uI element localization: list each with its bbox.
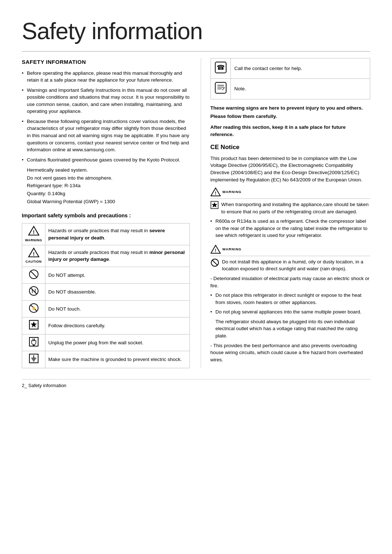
warning2-bullet-2: Do not plug several appliances into the …: [211, 308, 370, 316]
warning-label: WARNING: [25, 238, 42, 243]
warning1-bullet-1: R600a or R134a is used as a refrigerant.…: [211, 218, 370, 239]
bold-line-1: These warning signs are here to prevent …: [211, 104, 370, 112]
warning2-divider: [211, 256, 370, 256]
warning1-label-row: ! WARNING: [211, 188, 370, 196]
warning-triangle-icon: !: [28, 226, 40, 236]
svg-text:!: !: [215, 191, 216, 196]
svg-line-33: [222, 90, 223, 90]
note-icon: [215, 82, 227, 94]
note-text: Note.: [230, 79, 370, 99]
bold-warning-lines: These warning signs are here to prevent …: [211, 104, 370, 120]
disassemble-icon-cell: [22, 284, 45, 301]
warning2-nosign-text: Do not install this appliance in a humid…: [222, 258, 370, 272]
warning-icon-cell: ! WARNING: [22, 223, 45, 245]
symbol-text-2: Do NOT touch.: [45, 300, 190, 317]
svg-text:☎: ☎: [217, 64, 225, 71]
warning-row: ! WARNING Hazards or unsafe practices th…: [22, 223, 190, 245]
svg-text:!: !: [33, 229, 34, 235]
warning1-star-icon: [211, 201, 219, 211]
symbol-row-1: Do NOT disassemble.: [22, 284, 190, 301]
circle-slash-icon: [29, 269, 39, 279]
warning-table: ! WARNING Hazards or unsafe practices th…: [22, 223, 190, 368]
warning1-star-item: When transporting and installing the app…: [211, 201, 370, 215]
phone-row: ☎ Call the contact center for help.: [211, 58, 370, 79]
circle-slash-icon-cell: [22, 267, 45, 284]
warning-text: Hazards or unsafe practices that may res…: [45, 223, 190, 245]
svg-line-5: [31, 271, 37, 277]
svg-line-32: [222, 87, 225, 90]
ce-title: CE Notice: [211, 143, 370, 152]
safety-bullets: Before operating the appliance, please r…: [22, 70, 190, 164]
symbol-text-5: Make sure the machine is grounded to pre…: [45, 351, 190, 368]
symbol-row-0: Do NOT attempt.: [22, 267, 190, 284]
ce-text: This product has been determined to be i…: [211, 155, 370, 183]
warning-block-2: ! WARNING Do not install this appliance …: [211, 245, 370, 363]
bold-line-2: Please follow them carefully.: [211, 113, 370, 120]
warning2-dash-1: - Deteriorated insulation of electrical …: [211, 275, 370, 289]
note-row: Note.: [211, 79, 370, 99]
bullet-4: Contains fluorinated greenhouse gases co…: [22, 156, 190, 164]
caution-label: CAUTION: [25, 259, 42, 264]
bold-line-3: After reading this section, keep it in a…: [211, 124, 370, 138]
warning2-nosign-item: Do not install this appliance in a humid…: [211, 258, 370, 272]
svg-text:✋: ✋: [32, 306, 36, 311]
subsection-title: Important safety symbols and precautions…: [22, 212, 190, 219]
warning2-label: WARNING: [222, 247, 242, 252]
touch-icon-cell: ✋: [22, 300, 45, 317]
warning1-divider: [211, 198, 370, 199]
caution-icon-cell: ! CAUTION: [22, 245, 45, 267]
unplug-icon-cell: [22, 334, 45, 351]
safety-info-title: SAFETY INFORMATION: [22, 58, 190, 66]
right-column: ☎ Call the contact center for help.: [201, 58, 370, 368]
touch-icon: ✋: [29, 303, 39, 313]
phone-text: Call the contact center for help.: [230, 58, 370, 79]
left-column: SAFETY INFORMATION Before operating the …: [22, 58, 190, 368]
warning2-dash-2: - This provides the best performance and…: [211, 342, 370, 364]
symbol-text-0: Do NOT attempt.: [45, 267, 190, 284]
disassemble-icon: [29, 286, 39, 296]
symbol-row-5: Make sure the machine is grounded to pre…: [22, 351, 190, 368]
warning2-text1: The refrigerator should always be plugge…: [211, 318, 370, 340]
warning-block-1: ! WARNING When transporting and installi…: [211, 188, 370, 239]
warning2-triangle-icon: !: [211, 245, 221, 254]
note-icon-cell: [211, 79, 230, 99]
warning1-triangle-icon: !: [211, 188, 221, 196]
caution-text: Hazards or unsafe practices that may res…: [45, 245, 190, 267]
symbol-row-4: Unplug the power plug from the wall sock…: [22, 334, 190, 351]
symbol-row-3: Follow directions carefully.: [22, 317, 190, 335]
star-icon: [29, 320, 39, 330]
svg-line-7: [31, 288, 37, 294]
warning2-bullet-1: Do not place this refrigerator in direct…: [211, 292, 370, 306]
svg-marker-14: [30, 321, 37, 328]
right-icon-table: ☎ Call the contact center for help.: [211, 58, 370, 99]
symbol-row-2: ✋ Do NOT touch.: [22, 300, 190, 317]
warning2-label-row: ! WARNING: [211, 245, 370, 254]
phone-icon-cell: ☎: [211, 58, 230, 79]
warning1-label: WARNING: [222, 189, 242, 194]
bullet-1: Before operating the appliance, please r…: [22, 70, 190, 84]
bullet-3: Because these following operating instru…: [22, 118, 190, 153]
star-icon-cell: [22, 317, 45, 335]
ground-icon-cell: [22, 351, 45, 368]
svg-rect-17: [34, 338, 35, 341]
svg-text:!: !: [33, 251, 34, 257]
caution-row: ! CAUTION Hazards or unsafe practices th…: [22, 245, 190, 267]
warning1-bullet-list: R600a or R134a is used as a refrigerant.…: [211, 218, 370, 239]
unplug-icon: [29, 337, 39, 347]
caution-triangle-icon: !: [28, 247, 40, 258]
warning2-bullet-list: Do not place this refrigerator in direct…: [211, 292, 370, 316]
svg-line-41: [212, 260, 217, 265]
ground-icon: [29, 353, 39, 364]
warning2-nosign-icon: [211, 258, 219, 269]
warning1-star-text: When transporting and installing the app…: [221, 201, 370, 215]
symbol-text-3: Follow directions carefully.: [45, 317, 190, 335]
page-title: Safety information: [22, 15, 370, 52]
extra-lines: Hermetically sealed system. Do not vent …: [22, 166, 190, 205]
svg-rect-16: [33, 338, 33, 341]
symbol-text-4: Unplug the power plug from the wall sock…: [45, 334, 190, 351]
svg-marker-37: [212, 202, 217, 208]
phone-icon: ☎: [215, 61, 227, 74]
bullet-2: Warnings and Important Safety Instructio…: [22, 87, 190, 115]
footer: 2_ Safety information: [22, 379, 370, 389]
symbol-text-1: Do NOT disassemble.: [45, 284, 190, 301]
